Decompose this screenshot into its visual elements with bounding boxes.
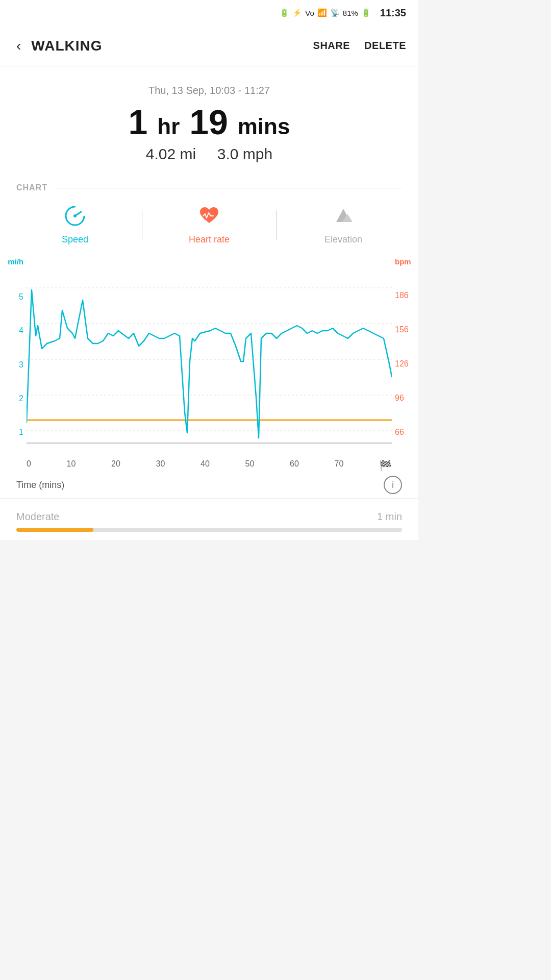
svg-point-2 — [73, 214, 77, 217]
battery-icon: 🔋 — [361, 8, 371, 17]
y-right-186: 186 — [392, 291, 409, 300]
heart-rate-icon — [198, 205, 220, 230]
y-axis-left: mi/h 5 4 3 2 1 — [0, 253, 27, 441]
session-stats: 4.02 mi 3.0 mph — [12, 145, 406, 163]
hours-unit: hr — [157, 114, 180, 139]
y-right-66: 66 — [392, 428, 404, 437]
x-label-0: 0 — [27, 459, 31, 472]
y-right-96: 96 — [392, 394, 404, 403]
moderate-progress-fill — [16, 528, 93, 532]
tab-heart-rate[interactable]: Heart rate — [142, 205, 276, 245]
share-button[interactable]: SHARE — [313, 40, 350, 52]
x-label-30: 30 — [156, 459, 165, 472]
delete-button[interactable]: DELETE — [364, 40, 406, 52]
speed-icon — [64, 205, 86, 230]
y-axis-right: bpm 186 156 126 96 66 — [392, 253, 418, 441]
session-speed: 3.0 mph — [217, 145, 272, 162]
moderate-progress-track — [16, 528, 402, 532]
x-label-20: 20 — [111, 459, 120, 472]
y-left-4: 4 — [19, 326, 27, 335]
status-time: 11:35 — [380, 7, 406, 19]
y-right-unit: bpm — [392, 257, 411, 266]
x-axis-labels: 0 10 20 30 40 50 60 70 🏁 — [0, 455, 418, 472]
x-label-70: 70 — [335, 459, 344, 472]
main-content: Thu, 13 Sep, 10:03 - 11:27 1 hr 19 mins … — [0, 66, 418, 540]
chart-label: CHART — [0, 183, 418, 192]
back-button[interactable]: ‹ — [12, 34, 25, 58]
x-label-10: 10 — [67, 459, 76, 472]
elevation-tab-label: Elevation — [324, 234, 362, 245]
app-header: ‹ WALKING SHARE DELETE — [0, 26, 418, 66]
chart-section: CHART Speed — [0, 171, 418, 498]
x-label-40: 40 — [201, 459, 210, 472]
elevation-icon — [332, 205, 355, 230]
y-left-5: 5 — [19, 292, 27, 302]
bluetooth-icon: ⚡ — [292, 8, 302, 17]
tab-elevation[interactable]: Elevation — [277, 205, 410, 245]
duration-hours: 1 — [129, 103, 148, 141]
chart-svg-container — [27, 259, 392, 455]
time-unit-label: Time (mins) — [16, 480, 64, 491]
session-duration: 1 hr 19 mins — [12, 105, 406, 139]
lte-icon: Vo — [305, 9, 314, 17]
duration-minutes: 19 — [189, 103, 228, 141]
moderate-label: Moderate — [16, 511, 60, 523]
chart-tabs: Speed Heart rate — [0, 192, 418, 253]
info-icon: i — [392, 480, 394, 491]
status-bar: 🔋 ⚡ Vo 📶 📡 81% 🔋 11:35 — [0, 0, 418, 26]
moderate-duration: 1 min — [377, 511, 402, 523]
session-info: Thu, 13 Sep, 10:03 - 11:27 1 hr 19 mins … — [0, 66, 418, 171]
info-button[interactable]: i — [384, 476, 402, 494]
tab-speed[interactable]: Speed — [8, 205, 142, 245]
battery-charging-icon: 🔋 — [280, 8, 289, 17]
moderate-section: Moderate 1 min — [0, 498, 418, 540]
x-label-60: 60 — [290, 459, 299, 472]
header-actions: SHARE DELETE — [313, 40, 406, 52]
y-right-126: 126 — [392, 359, 409, 369]
y-right-156: 156 — [392, 325, 409, 334]
session-distance: 4.02 mi — [146, 145, 196, 162]
page-title: WALKING — [31, 38, 313, 54]
signal-icon: 📡 — [330, 8, 340, 17]
minutes-unit: mins — [238, 114, 290, 139]
moderate-header: Moderate 1 min — [16, 511, 402, 523]
wifi-icon: 📶 — [317, 8, 327, 17]
speed-tab-label: Speed — [62, 234, 88, 245]
time-axis-label: Time (mins) i — [0, 472, 418, 498]
heart-rate-tab-label: Heart rate — [189, 234, 230, 245]
y-left-unit: mi/h — [8, 257, 27, 266]
x-label-50: 50 — [245, 459, 255, 472]
y-left-2: 2 — [19, 394, 27, 403]
session-date: Thu, 13 Sep, 10:03 - 11:27 — [12, 85, 406, 96]
y-left-3: 3 — [19, 360, 27, 370]
chart-area: mi/h 5 4 3 2 1 bpm 186 156 126 96 66 — [0, 253, 418, 472]
finish-flag-icon: 🏁 — [379, 459, 392, 472]
y-left-1: 1 — [19, 428, 27, 437]
status-icons: 🔋 ⚡ Vo 📶 📡 81% 🔋 — [280, 8, 371, 17]
battery-percent: 81% — [343, 9, 358, 17]
